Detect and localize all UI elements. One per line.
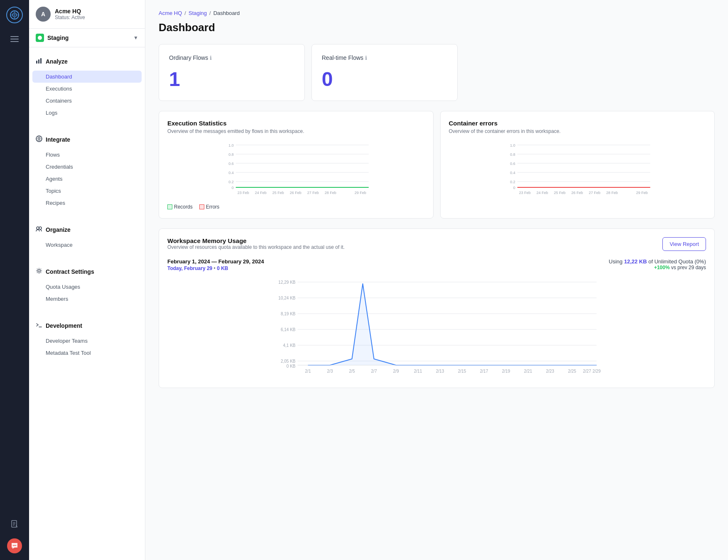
ordinary-flows-label: Ordinary Flows xyxy=(169,54,208,61)
analyze-label: Analyze xyxy=(46,58,68,65)
svg-text:0.8: 0.8 xyxy=(228,152,234,157)
sidebar-section-development: Development Developer Teams Metadata Tes… xyxy=(29,312,145,366)
svg-rect-15 xyxy=(38,59,39,64)
sidebar-item-agents[interactable]: Agents xyxy=(29,173,145,185)
svg-point-12 xyxy=(14,545,15,546)
svg-text:0: 0 xyxy=(513,186,515,190)
svg-text:0.4: 0.4 xyxy=(510,171,515,175)
breadcrumb-staging[interactable]: Staging xyxy=(189,10,207,16)
org-name: Acme HQ xyxy=(55,8,85,15)
contract-settings-icon xyxy=(36,268,42,276)
svg-text:2/17: 2/17 xyxy=(480,369,488,373)
env-status-dot xyxy=(36,34,44,42)
chat-support-icon[interactable] xyxy=(7,538,22,553)
execution-stats-legend: Records Errors xyxy=(167,204,425,210)
svg-text:2/25: 2/25 xyxy=(568,369,576,373)
svg-text:6,14 KB: 6,14 KB xyxy=(281,327,296,332)
svg-text:0.2: 0.2 xyxy=(228,180,234,184)
svg-text:8,19 KB: 8,19 KB xyxy=(281,312,296,316)
svg-text:0.6: 0.6 xyxy=(510,162,515,166)
memory-date-range: February 1, 2024 — February 29, 2024 xyxy=(167,258,264,265)
svg-text:2/21: 2/21 xyxy=(524,369,532,373)
svg-text:0.2: 0.2 xyxy=(510,180,515,184)
sidebar-item-topics[interactable]: Topics xyxy=(29,185,145,197)
memory-using-value: 12,22 KB xyxy=(624,258,647,265)
sidebar-item-recipes[interactable]: Recipes xyxy=(29,197,145,209)
records-legend-label: Records xyxy=(174,204,193,210)
sidebar-item-dashboard[interactable]: Dashboard xyxy=(32,71,142,83)
records-legend-box xyxy=(167,204,172,209)
svg-text:2/29: 2/29 xyxy=(593,369,601,373)
svg-text:29 Feb: 29 Feb xyxy=(636,191,647,195)
env-name: Staging xyxy=(47,34,69,41)
memory-percent-change: +100% xyxy=(654,265,670,270)
svg-rect-14 xyxy=(36,61,37,64)
environment-selector[interactable]: Staging ▼ xyxy=(29,29,145,47)
svg-point-20 xyxy=(38,270,40,272)
svg-rect-16 xyxy=(40,58,42,64)
svg-text:24 Feb: 24 Feb xyxy=(255,191,267,195)
memory-today-value: 0 KB xyxy=(217,265,228,271)
container-errors-chart: 1.0 0.8 0.6 0.4 0.2 0 23 Feb 24 Feb 25 F… xyxy=(449,141,706,199)
container-errors-subtitle: Overview of the container errors in this… xyxy=(449,128,706,134)
sidebar-item-developer-teams[interactable]: Developer Teams xyxy=(29,335,145,347)
sidebar: A Acme HQ Status: Active Staging ▼ xyxy=(29,0,145,560)
chevron-down-icon: ▼ xyxy=(133,35,138,41)
breadcrumb: Acme HQ / Staging / Dashboard xyxy=(159,10,715,16)
sidebar-section-integrate: Integrate Flows Credentials Agents Topic… xyxy=(29,125,145,216)
svg-text:27 Feb: 27 Feb xyxy=(588,191,600,195)
app-logo[interactable] xyxy=(6,7,23,23)
execution-stats-subtitle: Overview of the messages emitted by flow… xyxy=(167,128,425,134)
org-info: Acme HQ Status: Active xyxy=(55,8,85,20)
development-label: Development xyxy=(46,322,82,329)
sidebar-item-logs[interactable]: Logs xyxy=(29,107,145,119)
sidebar-item-members[interactable]: Members xyxy=(29,293,145,305)
svg-text:2/27: 2/27 xyxy=(583,369,591,373)
sidebar-section-organize: Organize Workspace xyxy=(29,216,145,258)
svg-text:27 Feb: 27 Feb xyxy=(307,191,319,195)
sidebar-item-credentials[interactable]: Credentials xyxy=(29,161,145,173)
breadcrumb-sep-1: / xyxy=(184,10,186,16)
bottom-icon-group xyxy=(7,517,22,553)
sidebar-item-quota-usages[interactable]: Quota Usages xyxy=(29,281,145,293)
document-icon[interactable] xyxy=(7,517,22,532)
org-status: Status: Active xyxy=(55,15,85,20)
svg-text:0.4: 0.4 xyxy=(228,171,234,175)
sidebar-item-containers[interactable]: Containers xyxy=(29,95,145,107)
svg-text:2/7: 2/7 xyxy=(371,369,377,373)
ordinary-flows-info-icon: ℹ xyxy=(210,55,212,61)
svg-text:28 Feb: 28 Feb xyxy=(325,191,336,195)
svg-rect-5 xyxy=(10,39,19,39)
svg-text:0: 0 xyxy=(232,186,234,190)
sidebar-item-flows[interactable]: Flows xyxy=(29,149,145,161)
memory-stats: Using 12,22 KB of Unlimited Quota (0%) +… xyxy=(609,258,706,270)
svg-point-18 xyxy=(37,227,39,229)
ordinary-flows-value: 1 xyxy=(169,68,294,91)
sidebar-item-metadata-test-tool[interactable]: Metadata Test Tool xyxy=(29,347,145,359)
avatar: A xyxy=(36,7,51,22)
organize-label: Organize xyxy=(46,226,71,233)
svg-text:2/19: 2/19 xyxy=(502,369,510,373)
errors-legend-label: Errors xyxy=(206,204,220,210)
svg-text:12,29 KB: 12,29 KB xyxy=(278,280,295,285)
svg-text:25 Feb: 25 Feb xyxy=(554,191,565,195)
svg-text:23 Feb: 23 Feb xyxy=(519,191,530,195)
svg-text:24 Feb: 24 Feb xyxy=(536,191,548,195)
svg-text:25 Feb: 25 Feb xyxy=(272,191,284,195)
svg-text:0 KB: 0 KB xyxy=(287,364,296,368)
sidebar-item-executions[interactable]: Executions xyxy=(29,83,145,95)
svg-text:2/3: 2/3 xyxy=(327,369,333,373)
svg-rect-4 xyxy=(10,36,19,37)
sidebar-item-workspace[interactable]: Workspace xyxy=(29,239,145,251)
organize-icon xyxy=(36,226,42,234)
svg-text:29 Feb: 29 Feb xyxy=(355,191,366,195)
svg-text:1.0: 1.0 xyxy=(228,143,234,147)
breadcrumb-acme-hq[interactable]: Acme HQ xyxy=(159,10,182,16)
view-report-button[interactable]: View Report xyxy=(662,237,706,251)
svg-text:26 Feb: 26 Feb xyxy=(290,191,301,195)
memory-usage-chart: 12,29 KB 10,24 KB 8,19 KB 6,14 KB 4,1 KB… xyxy=(167,278,706,378)
memory-title: Workspace Memory Usage xyxy=(167,237,345,244)
execution-stats-chart: 1.0 0.8 0.6 0.4 0.2 0 23 Feb 24 Feb 25 F… xyxy=(167,141,425,199)
svg-text:1.0: 1.0 xyxy=(510,143,515,147)
hamburger-menu-icon[interactable] xyxy=(7,32,22,49)
